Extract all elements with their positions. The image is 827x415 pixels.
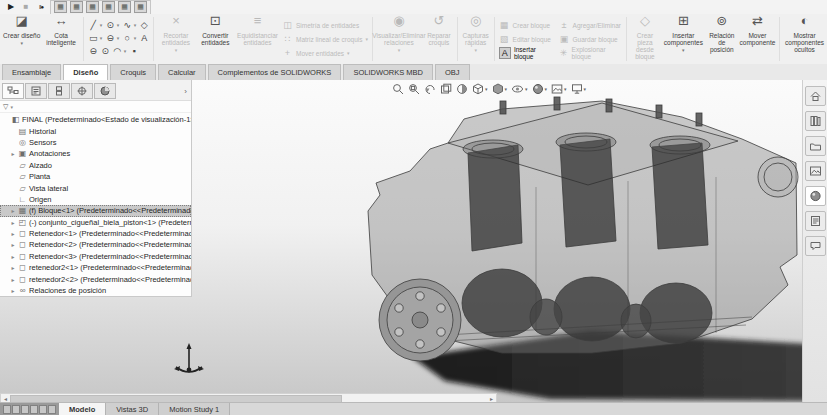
view-palette-icon[interactable] [805,161,826,181]
solidworks-resources-icon[interactable] [805,86,826,106]
propertymanager-tab[interactable] [25,83,47,99]
scroll-left-arrow[interactable]: ◂ [1,394,10,402]
zoom-to-fit-icon[interactable] [392,83,404,95]
reparar-croquis-button[interactable]: ↺ Reparar croquis [423,14,455,64]
zoom-to-area-icon[interactable] [408,83,420,95]
point-tool-icon[interactable]: ▪ [129,46,140,56]
polygon-tool-icon[interactable]: ◇ [139,20,150,30]
rectangle-tool-icon[interactable]: ▭ [88,33,99,43]
visualizar-eliminar-relaciones-button[interactable]: ◉ Visualizar/Eliminar relaciones ▾ [375,14,423,64]
tab-ensamblaje[interactable]: Ensamblaje [2,64,61,80]
matriz-lineal-button[interactable]: ∷ Matriz lineal de croquis ▾ [280,33,370,46]
tree-item-vista-lateral[interactable]: ▱ Vista lateral [0,182,191,193]
recortar-entidades-button[interactable]: × Recortar entidades ▾ [156,14,195,64]
equidistanciar-entidades-button[interactable]: ≡ Equidistanciar entidades [235,14,280,64]
bottom-tab-vistas-3d[interactable]: Vistas 3D [106,403,159,415]
explosionar-bloque-button[interactable]: ✳ Explosionar bloque [557,47,625,60]
convertir-entidades-button[interactable]: ⊡ Convertir entidades [196,14,235,64]
circle2-tool-icon[interactable]: ⊙ [100,46,111,56]
tree-item-sensors[interactable]: ◎ Sensors [0,137,191,148]
3d-drawing-views-icon[interactable] [440,83,452,95]
mover-componente-button[interactable]: ⇄ Mover componente [738,14,777,64]
tab-solidworks-mbd[interactable]: SOLIDWORKS MBD [343,64,433,80]
tree-item-bloque-1[interactable]: ▸ ▦ (f) Bloque<1> (Predeterminado<<Prede… [0,205,191,216]
expander-icon[interactable]: ▸ [10,276,16,283]
crear-diseno-button[interactable]: ◪ Crear diseño ▾ [2,14,41,64]
spline-tool-icon[interactable]: ∿ [122,20,133,30]
slot-tool-icon[interactable]: ⊖ [105,33,116,43]
slot2-tool-icon[interactable]: ⊖ [88,46,99,56]
panel-tabs-overflow-chevron[interactable]: › [184,87,189,96]
tree-item-anotaciones[interactable]: ▸ ▣ Anotaciones [0,148,191,159]
line-tool-icon[interactable]: ╱ [88,20,99,30]
agregar-eliminar-button[interactable]: ± Agregar/Eliminar [557,19,625,32]
motion-settings-icon[interactable]: ▦ [118,1,131,13]
expander-icon[interactable]: ▸ [10,253,16,260]
tree-item-retenedor-3[interactable]: ▸ ◻ Retenedor<3> (Predeterminado<<Predet… [0,251,191,262]
simetria-entidades-button[interactable]: ◫ Simetría de entidades [280,19,370,32]
tab-diseno[interactable]: Diseño [63,64,108,80]
tree-item-retenedor-1[interactable]: ▸ ◻ Retenedor<1> (Predeterminado<<Predet… [0,228,191,239]
hide-show-items-icon[interactable]: ▾ [511,83,528,95]
pause-record-icon[interactable]: ‖● [35,1,47,13]
expander-icon[interactable]: ▸ [10,287,16,294]
file-explorer-icon[interactable] [805,136,826,156]
circle-tool-icon[interactable]: ⊙ [105,20,116,30]
tree-item-alzado[interactable]: ▱ Alzado [0,160,191,171]
ellipse-tool-icon[interactable]: ○ [122,33,133,43]
expander-icon[interactable]: ▸ [10,264,16,271]
displaymanager-tab[interactable] [94,83,116,99]
motion-chart-icon[interactable]: ▦ [102,1,115,13]
guardar-bloque-button[interactable]: ▣ Guardar bloque [557,33,625,46]
display-style-icon[interactable]: ▾ [492,83,508,95]
results-icon[interactable]: ▦ [86,1,99,13]
edit-appearance-icon[interactable]: ▾ [532,83,548,95]
tree-filter-row[interactable]: ▽ ▾ [0,101,191,113]
bottom-tab-modelo[interactable]: Modelo [59,403,106,415]
expander-icon[interactable]: ▸ [10,207,16,214]
cota-inteligente-button[interactable]: ↔ Cota inteligente [41,14,80,64]
tree-item-root[interactable]: ◧ FINAL (Predeterminado<Estado de visual… [0,114,191,125]
bottom-tab-motion-study-1[interactable]: Motion Study 1 [159,403,230,415]
previous-view-icon[interactable] [424,83,436,95]
tree-item-origen[interactable]: ∟ Origen [0,194,191,205]
solidworks-forum-icon[interactable] [805,236,826,256]
tab-calcular[interactable]: Calcular [158,64,206,80]
scroll-right-arrow[interactable]: ▸ [487,394,496,402]
view-settings-icon[interactable]: ▾ [571,83,587,95]
tree-item-historial[interactable]: ▤ Historial [0,125,191,136]
tree-item-retenedor-2[interactable]: ▸ ◻ Retenedor<2> (Predeterminado<<Predet… [0,239,191,250]
editar-bloque-button[interactable]: ▧ Editar bloque [497,33,557,46]
tab-complementos[interactable]: Complementos de SOLIDWORKS [208,64,342,80]
expander-icon[interactable]: ▸ [10,241,16,248]
expander-icon[interactable]: ▸ [10,230,16,237]
relacion-posicion-button[interactable]: ⊚ Relación de posición [706,14,738,64]
dimxpertmanager-tab[interactable] [71,83,93,99]
save-animation-icon[interactable]: ▦ [134,1,147,13]
calculate-motion-icon[interactable]: ▦ [70,1,83,13]
mover-entidades-button[interactable]: + Mover entidades ▾ [280,47,370,60]
insertar-bloque-button[interactable]: A Insertar bloque [497,47,557,60]
tree-item-retenedor2-2[interactable]: ▸ ◻ retenedor2<2> (Predeterminado<<Prede… [0,273,191,284]
crear-pieza-desde-bloque-button[interactable]: ◇ Crear pieza desde bloque [629,14,661,64]
play-icon[interactable]: ▶ [5,1,17,13]
tree-item-conjunto-cigueñal[interactable]: ▸ ◰ (-) conjunto_cigueñal_biela_piston<1… [0,217,191,228]
configurationmanager-tab[interactable] [48,83,70,99]
sheet-nav-buttons[interactable] [0,403,59,415]
expander-icon[interactable]: ▸ [10,219,16,226]
text-tool-icon[interactable]: A [139,33,150,43]
expander-icon[interactable]: ▸ [10,150,16,157]
appearances-scenes-icon[interactable] [805,186,826,206]
section-view-icon[interactable] [456,83,468,95]
mostrar-componentes-ocultos-button[interactable]: ◐ Mostrar componentes ocultos [782,14,827,64]
tab-obj[interactable]: OBJ [435,64,470,80]
capturas-rapidas-button[interactable]: ◎ Capturas rápidas ▾ [460,14,492,64]
tree-item-planta[interactable]: ▱ Planta [0,171,191,182]
tab-croquis[interactable]: Croquis [110,64,156,80]
stop-icon[interactable]: ■ [20,1,32,13]
insertar-componentes-button[interactable]: ⊞ Insertar componentes ▾ [661,14,706,64]
featuremanager-tab[interactable] [2,83,24,99]
arc-tool-icon[interactable]: ◠ [112,46,123,56]
animation-wizard-icon[interactable]: ▦ [54,1,67,13]
view-orientation-icon[interactable]: ▾ [472,83,488,95]
